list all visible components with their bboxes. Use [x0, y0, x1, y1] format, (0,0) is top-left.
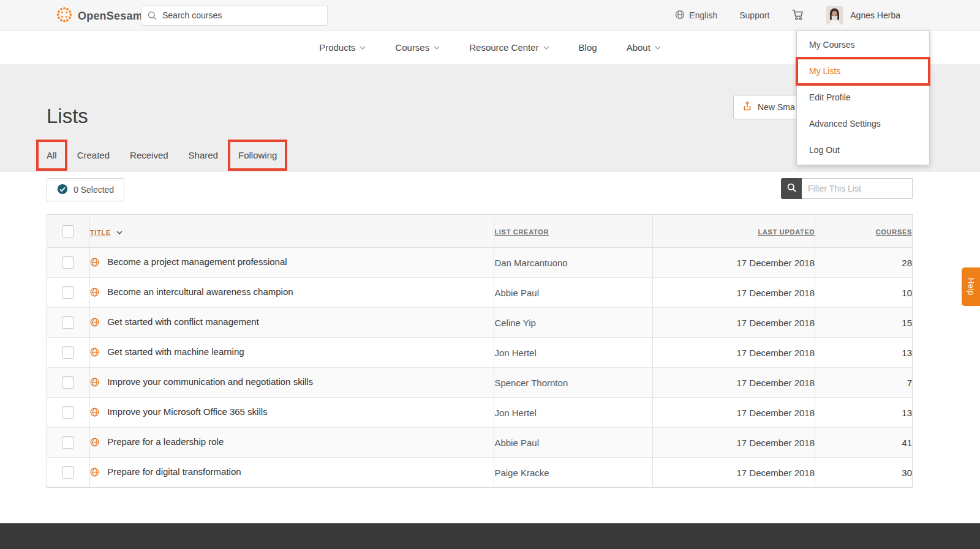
user-name[interactable]: Agnes Herba [850, 10, 900, 20]
list-title-link[interactable]: Get started with machine learning [107, 346, 244, 357]
page-title: Lists [47, 105, 88, 128]
nav-item-label: Courses [395, 42, 429, 53]
list-creator-cell: Jon Hertel [494, 398, 653, 428]
support-link[interactable]: Support [739, 10, 769, 20]
logo-icon [55, 6, 74, 26]
table-row: Get started with machine learning Jon He… [47, 338, 913, 368]
nav-item-label: About [627, 42, 650, 53]
last-updated-cell: 17 December 2018 [653, 458, 815, 488]
list-creator-cell: Paige Kracke [494, 458, 653, 488]
row-checkbox[interactable] [62, 466, 74, 479]
nav-item-label: Resource Center [469, 42, 538, 53]
table-row: Improve your communication and negotiati… [47, 368, 913, 398]
globe-icon [90, 378, 102, 389]
globe-icon [90, 468, 102, 479]
search-icon [787, 183, 796, 194]
updated-column-header[interactable]: LAST UPDATED [758, 228, 815, 236]
globe-icon [90, 348, 102, 359]
row-checkbox[interactable] [62, 376, 74, 389]
row-checkbox[interactable] [62, 286, 74, 299]
globe-icon [90, 288, 102, 299]
globe-icon [90, 318, 102, 329]
table-row: Become an intercultural awareness champi… [47, 278, 913, 308]
new-smart-list-label: New Sma [758, 102, 795, 112]
list-title-link[interactable]: Improve your Microsoft Office 365 skills [107, 406, 267, 417]
courses-column-header[interactable]: COURSES [876, 228, 912, 236]
table-row: Improve your Microsoft Office 365 skills… [47, 398, 913, 428]
help-tab[interactable]: Help [962, 267, 980, 306]
filter-search-button[interactable] [781, 178, 802, 199]
menu-item-my-lists[interactable]: My Lists [797, 58, 929, 84]
menu-item-edit-profile[interactable]: Edit Profile [797, 84, 929, 111]
menu-item-log-out[interactable]: Log Out [797, 137, 929, 163]
courses-count-cell: 30 [815, 458, 913, 488]
list-tabs: All Created Received Shared Following [47, 150, 277, 160]
list-table-body: Become a project management professional… [47, 248, 913, 488]
nav-item-blog[interactable]: Blog [579, 42, 597, 53]
list-creator-cell: Abbie Paul [494, 428, 653, 458]
list-title-link[interactable]: Prepare for digital transformation [107, 466, 241, 477]
logo-text: OpenSesame [78, 10, 149, 23]
row-checkbox[interactable] [62, 346, 74, 359]
tab-created[interactable]: Created [77, 150, 110, 160]
filter-input[interactable] [802, 178, 913, 199]
list-title-link[interactable]: Get started with conflict management [107, 316, 259, 327]
list-creator-cell: Celine Yip [494, 308, 653, 338]
courses-count-cell: 7 [815, 368, 913, 398]
selected-count-label: 0 Selected [74, 185, 114, 195]
chevron-down-icon [434, 46, 440, 50]
table-row: Prepare for a leadership role Abbie Paul… [47, 428, 913, 458]
search-icon [148, 11, 157, 23]
chevron-down-icon [360, 46, 366, 50]
user-account[interactable]: Agnes Herba [826, 6, 900, 24]
tab-shared[interactable]: Shared [189, 150, 218, 160]
nav-item-products[interactable]: Products [319, 42, 366, 53]
row-checkbox[interactable] [62, 256, 74, 269]
nav-item-resource-center[interactable]: Resource Center [469, 42, 549, 53]
tab-following[interactable]: Following [238, 150, 277, 160]
opensesame-logo[interactable]: OpenSesame [55, 6, 149, 26]
list-title-link[interactable]: Prepare for a leadership role [107, 436, 224, 447]
menu-item-advanced-settings[interactable]: Advanced Settings [797, 111, 929, 137]
list-creator-cell: Dan Marcantuono [494, 248, 653, 278]
cart-button[interactable] [791, 9, 804, 23]
avatar[interactable] [826, 6, 843, 24]
row-checkbox[interactable] [62, 436, 74, 449]
creator-column-header[interactable]: LIST CREATOR [494, 228, 549, 236]
select-all-checkbox[interactable] [62, 225, 74, 237]
list-title-link[interactable]: Improve your communication and negotiati… [107, 376, 313, 387]
last-updated-cell: 17 December 2018 [653, 428, 815, 458]
search-input[interactable] [141, 6, 327, 25]
tab-received[interactable]: Received [130, 150, 168, 160]
courses-count-cell: 15 [815, 308, 913, 338]
row-checkbox[interactable] [62, 406, 74, 419]
selected-count-button[interactable]: 0 Selected [47, 178, 124, 201]
nav-item-label: Products [319, 42, 355, 53]
list-title-link[interactable]: Become a project management professional [107, 256, 287, 267]
list-title-link[interactable]: Become an intercultural awareness champi… [107, 286, 293, 297]
nav-item-label: Blog [579, 42, 597, 53]
new-smart-list-button[interactable]: New Sma [733, 95, 804, 119]
courses-count-cell: 41 [815, 428, 913, 458]
topbar-right: English Support Agnes Herba [675, 0, 900, 31]
filter-group [781, 178, 913, 199]
menu-item-my-courses[interactable]: My Courses [797, 32, 929, 58]
last-updated-cell: 17 December 2018 [653, 398, 815, 428]
table-row: Become a project management professional… [47, 248, 913, 278]
last-updated-cell: 17 December 2018 [653, 338, 815, 368]
chevron-down-icon [655, 46, 661, 50]
nav-item-courses[interactable]: Courses [395, 42, 440, 53]
globe-icon [90, 438, 102, 449]
tab-all[interactable]: All [47, 150, 57, 160]
globe-icon [90, 258, 102, 269]
last-updated-cell: 17 December 2018 [653, 248, 815, 278]
nav-item-about[interactable]: About [627, 42, 661, 53]
lists-table: TITLE LIST CREATOR LAST UPDATED COURSES … [47, 214, 913, 488]
row-checkbox[interactable] [62, 316, 74, 329]
sort-chevron-icon[interactable] [116, 226, 123, 236]
title-column-header[interactable]: TITLE [90, 229, 111, 236]
share-icon [742, 101, 752, 113]
table-row: Get started with conflict management Cel… [47, 308, 913, 338]
courses-count-cell: 28 [815, 248, 913, 278]
language-selector[interactable]: English [675, 10, 717, 21]
